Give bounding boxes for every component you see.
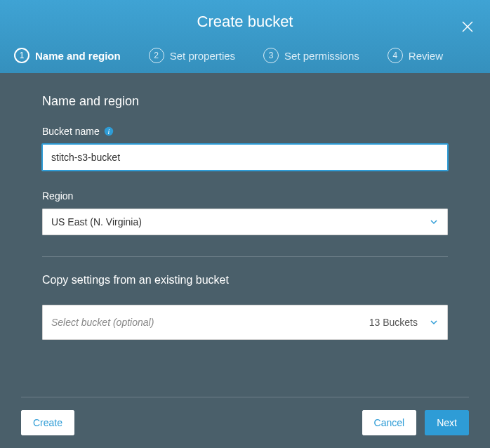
step-label: Name and region	[35, 50, 121, 62]
section-heading: Name and region	[42, 94, 448, 109]
step-set-permissions[interactable]: 3 Set permissions	[263, 48, 359, 63]
create-bucket-modal: Create bucket 1 Name and region 2 Set pr…	[0, 0, 490, 448]
bucket-name-field: Bucket name i	[42, 126, 448, 171]
step-name-and-region[interactable]: 1 Name and region	[14, 48, 121, 63]
step-review[interactable]: 4 Review	[388, 48, 443, 63]
chevron-down-icon	[429, 317, 439, 327]
modal-header: Create bucket 1 Name and region 2 Set pr…	[0, 0, 490, 73]
svg-text:i: i	[107, 128, 110, 136]
copy-settings-field: Select bucket (optional) 13 Buckets	[42, 305, 448, 340]
copy-settings-heading: Copy settings from an existing bucket	[42, 274, 448, 286]
step-number: 2	[149, 48, 164, 63]
copy-bucket-select[interactable]: Select bucket (optional) 13 Buckets	[42, 305, 448, 340]
step-number: 3	[263, 48, 279, 63]
modal-footer: Create Cancel Next	[21, 397, 469, 448]
modal-title: Create bucket	[14, 13, 476, 31]
close-icon[interactable]	[459, 18, 476, 35]
next-button[interactable]: Next	[425, 410, 469, 435]
region-select[interactable]: US East (N. Virginia)	[42, 209, 448, 235]
cancel-button[interactable]: Cancel	[362, 410, 417, 435]
step-label: Set permissions	[284, 50, 359, 62]
info-icon[interactable]: i	[104, 126, 114, 136]
region-selected-value: US East (N. Virginia)	[51, 216, 142, 228]
step-number: 1	[14, 48, 29, 63]
chevron-down-icon	[429, 217, 439, 227]
copy-bucket-placeholder: Select bucket (optional)	[51, 317, 154, 328]
step-set-properties[interactable]: 2 Set properties	[149, 48, 235, 63]
step-label: Review	[409, 50, 443, 62]
divider	[42, 256, 448, 257]
bucket-count: 13 Buckets	[369, 317, 418, 328]
region-field: Region US East (N. Virginia)	[42, 190, 448, 235]
step-label: Set properties	[170, 50, 235, 62]
create-button[interactable]: Create	[21, 410, 74, 435]
region-label: Region	[42, 190, 448, 202]
modal-body: Name and region Bucket name i Region US …	[0, 73, 490, 397]
bucket-name-input[interactable]	[42, 144, 448, 171]
step-number: 4	[388, 48, 403, 63]
bucket-name-label: Bucket name i	[42, 126, 448, 137]
wizard-steps: 1 Name and region 2 Set properties 3 Set…	[14, 48, 476, 73]
